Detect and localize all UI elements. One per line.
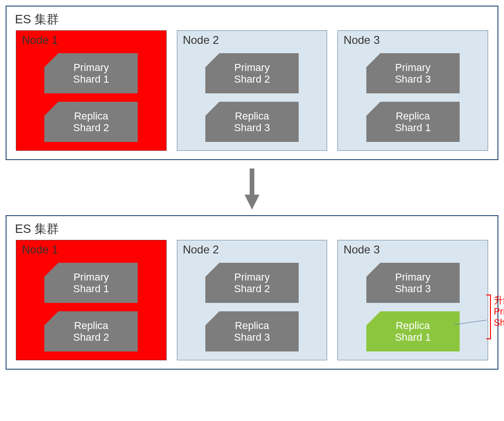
node-3: Node 3 Primary Shard 3 Replica Shard 1 [337,30,488,151]
node-title: Node 2 [183,243,322,256]
node-title: Node 3 [343,34,483,47]
shard-list: Primary Shard 1 Replica Shard 2 [21,260,161,351]
node-1: Node 1 Primary Shard 1 Replica Shard 2 [16,30,167,151]
node-2: Node 2 Primary Shard 2 Replica Shard 3 [177,30,328,151]
primary-shard-1: Primary Shard 1 [44,53,138,93]
shard-label: Replica Shard 1 [395,320,431,344]
shard-list: Primary Shard 3 Replica Shard 1 [343,260,483,351]
primary-shard-2: Primary Shard 2 [205,53,299,93]
replica-shard-2: Replica Shard 2 [44,311,138,351]
primary-shard-3: Primary Shard 3 [366,53,460,93]
primary-shard-2: Primary Shard 2 [205,263,299,303]
shard-list: Primary Shard 2 Replica Shard 3 [182,260,322,351]
shard-label: Replica Shard 3 [234,110,270,134]
node-2: Node 2 Primary Shard 2 Replica Shard 3 [177,240,328,360]
nodes-row: Node 1 Primary Shard 1 Replica Shard 2 N… [13,30,491,151]
shard-label: Primary Shard 2 [234,62,270,85]
replica-shard-3: Replica Shard 3 [205,311,299,351]
cluster-title: ES 集群 [15,221,491,237]
shard-label: Primary Shard 1 [73,62,109,85]
callout-bracket-icon [486,295,491,339]
shard-label: Primary Shard 3 [395,62,431,85]
shard-label: Replica Shard 1 [395,110,431,134]
transition-arrow [6,160,498,215]
shard-label: Replica Shard 2 [73,320,109,344]
replica-shard-3: Replica Shard 3 [205,102,299,142]
shard-list: Primary Shard 1 Replica Shard 2 [21,50,161,142]
cluster-after: ES 集群 Node 1 Primary Shard 1 Replica Sha… [6,215,498,370]
node-3: Node 3 Primary Shard 3 Replica Shard 1 [337,240,488,360]
svg-marker-7 [245,195,259,210]
shard-label: Replica Shard 3 [234,320,270,344]
shard-label: Primary Shard 3 [395,271,431,295]
shard-list: Primary Shard 3 Replica Shard 1 [343,50,483,142]
node-title: Node 3 [343,243,483,256]
shard-label: Replica Shard 2 [73,110,109,134]
replica-shard-1: Replica Shard 1 [366,102,460,142]
replica-shard-2: Replica Shard 2 [44,102,138,142]
nodes-row: Node 1 Primary Shard 1 Replica Shard 2 N… [13,240,491,360]
shard-list: Primary Shard 2 Replica Shard 3 [182,50,322,142]
replica-shard-1-promoted: Replica Shard 1 [366,311,460,351]
node-title: Node 2 [183,34,322,47]
node-title: Node 1 [22,34,161,47]
node-1: Node 1 Primary Shard 1 Replica Shard 2 [16,240,167,360]
shard-label: Primary Shard 2 [234,271,270,295]
node-title: Node 1 [22,243,161,256]
primary-shard-3: Primary Shard 3 [366,263,460,303]
cluster-title: ES 集群 [15,11,491,28]
primary-shard-1: Primary Shard 1 [44,263,138,303]
shard-label: Primary Shard 1 [73,271,109,295]
cluster-before: ES 集群 Node 1 Primary Shard 1 Replica Sha… [6,6,498,160]
callout-text: 升级为 Primary Shard 1 [494,295,504,328]
